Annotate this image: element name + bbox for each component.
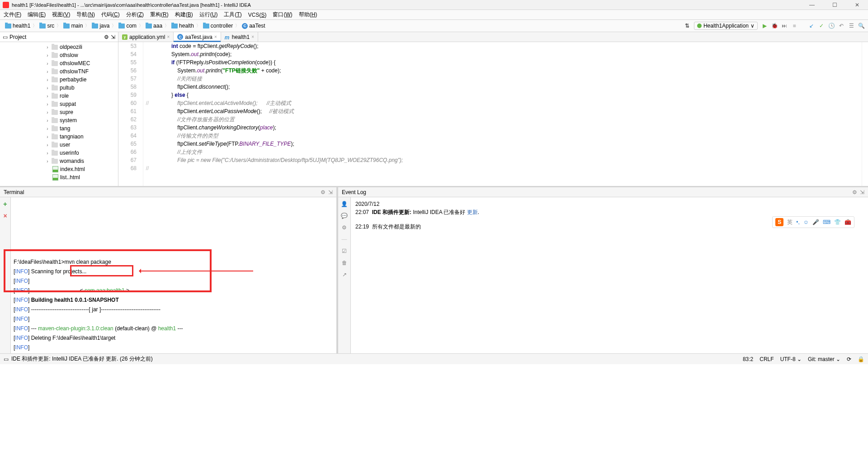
tree-folder-pultub[interactable]: ›pultub	[0, 84, 118, 92]
sync-icon[interactable]: ⇅	[684, 23, 690, 29]
crumb-health[interactable]: health	[170, 22, 195, 29]
tree-file-index.html[interactable]: index.html	[0, 165, 118, 173]
tree-folder-suppat[interactable]: ›suppat	[0, 100, 118, 108]
vcs-commit-icon[interactable]: ✓	[818, 23, 825, 29]
status-encoding[interactable]: UTF-8 ⌄	[780, 356, 802, 362]
project-settings-icon[interactable]: ⚙	[104, 34, 109, 40]
tree-folder-user[interactable]: ›user	[0, 141, 118, 149]
close-button[interactable]: ✕	[849, 0, 865, 10]
ime-tool-icon[interactable]: 🧰	[844, 219, 851, 225]
menu-重构(R)[interactable]: 重构(R)	[150, 11, 169, 19]
tab-close-icon[interactable]: ×	[167, 34, 170, 39]
line-number[interactable]: 59	[118, 91, 137, 99]
ev-arrow-icon[interactable]: ↗	[342, 271, 347, 278]
project-collapse-icon[interactable]: ⇲	[111, 34, 115, 40]
menu-分析(Z)[interactable]: 分析(Z)	[126, 11, 144, 19]
tab-health1[interactable]: mhealth1×	[221, 32, 258, 42]
tree-folder-othslowTNF[interactable]: ›othslowTNF	[0, 67, 118, 76]
crumb-controller[interactable]: controller	[202, 22, 234, 29]
tree-folder-oldpeozili[interactable]: ›oldpeozili	[0, 43, 118, 51]
line-number[interactable]: 67	[118, 156, 137, 164]
menu-构建(B)[interactable]: 构建(B)	[175, 11, 193, 19]
crumb-aaTest[interactable]: CaaTest	[241, 22, 266, 29]
menu-代码(C)[interactable]: 代码(C)	[101, 11, 120, 19]
tree-folder-perbabydie[interactable]: ›perbabydie	[0, 76, 118, 84]
maximize-button[interactable]: ☐	[826, 0, 843, 10]
line-number[interactable]: 57	[118, 75, 137, 83]
line-number[interactable]: 63	[118, 124, 137, 132]
terminal-settings-icon[interactable]: ⚙	[321, 189, 326, 195]
menu-帮助(H)[interactable]: 帮助(H)	[299, 11, 317, 19]
find-icon[interactable]: 🔍	[858, 23, 864, 29]
run-config-selector[interactable]: Health1Application ∨	[694, 22, 758, 30]
crumb-com[interactable]: com	[117, 22, 138, 29]
line-number[interactable]: 54	[118, 50, 137, 58]
tab-close-icon[interactable]: ×	[214, 34, 217, 39]
crumb-main[interactable]: main	[62, 22, 84, 29]
error-stripe[interactable]	[862, 42, 868, 186]
line-number[interactable]	[118, 172, 137, 181]
line-number[interactable]: 55	[118, 58, 137, 67]
menu-视图(V)[interactable]: 视图(V)	[52, 11, 70, 19]
line-number[interactable]: 53	[118, 42, 137, 50]
menu-工具(T)[interactable]: 工具(T)	[224, 11, 241, 19]
ime-mic-icon[interactable]: 🎤	[812, 219, 819, 225]
minimize-button[interactable]: —	[804, 0, 820, 10]
status-position[interactable]: 83:2	[743, 356, 753, 362]
terminal-output[interactable]: F:\IdeaFiles\health1>mvn clean package[I…	[0, 197, 336, 353]
ev-settings-icon[interactable]: ⚙	[342, 224, 347, 231]
status-lock-icon[interactable]: 🔒	[858, 356, 864, 362]
line-number[interactable]: 66	[118, 148, 137, 156]
line-number[interactable]: 68	[118, 164, 137, 172]
tree-folder-tangniaon[interactable]: ›tangniaon	[0, 133, 118, 141]
line-number[interactable]: 64	[118, 132, 137, 140]
ev-delete-icon[interactable]: 🗑	[342, 260, 347, 266]
tree-folder-othslowMEC[interactable]: ›othslowMEC	[0, 59, 118, 67]
ev-info-icon[interactable]: 👤	[341, 201, 348, 207]
structure-icon[interactable]: ☰	[848, 23, 854, 29]
tree-folder-system[interactable]: ›system	[0, 116, 118, 124]
ev-balloon-icon[interactable]: 💬	[341, 213, 348, 219]
line-number[interactable]: 62	[118, 115, 137, 124]
tab-application.yml[interactable]: yapplication.yml×	[118, 32, 174, 42]
line-number[interactable]: 60	[118, 99, 137, 107]
tree-folder-womandis[interactable]: ›womandis	[0, 157, 118, 165]
line-number[interactable]: 65	[118, 140, 137, 148]
menu-编辑(E)[interactable]: 编辑(E)	[28, 11, 46, 19]
stop-button[interactable]: ■	[791, 23, 797, 29]
crumb-java[interactable]: java	[90, 22, 111, 29]
crumb-src[interactable]: src	[38, 22, 56, 29]
line-number[interactable]: 61	[118, 107, 137, 115]
status-line-sep[interactable]: CRLF	[760, 356, 774, 362]
menu-运行(U)[interactable]: 运行(U)	[199, 11, 218, 19]
terminal-hide-icon[interactable]: ⇲	[328, 189, 333, 195]
tree-folder-userinfo[interactable]: ›userinfo	[0, 149, 118, 157]
vcs-revert-icon[interactable]: ↶	[838, 23, 844, 29]
editor-content[interactable]: int code = ftpClient.getReplyCode(); Sys…	[151, 42, 862, 186]
ime-toolbar[interactable]: S 英 •, ☺ 🎤 ⌨ 👕 🧰	[772, 216, 854, 228]
update-link[interactable]: 更新	[467, 209, 478, 215]
crumb-health1[interactable]: health1	[4, 22, 32, 29]
tree-folder-supre[interactable]: ›supre	[0, 108, 118, 116]
crumb-aaa[interactable]: aaa	[144, 22, 164, 29]
line-number[interactable]: 58	[118, 83, 137, 91]
run-button[interactable]: ▶	[761, 23, 768, 29]
tree-folder-tang[interactable]: ›tang	[0, 124, 118, 133]
tree-file-list..html[interactable]: list..html	[0, 173, 118, 181]
status-sync-icon[interactable]: ⟳	[847, 356, 851, 362]
status-git[interactable]: Git: master ⌄	[808, 356, 840, 362]
line-number[interactable]: 56	[118, 67, 137, 75]
tree-folder-role[interactable]: ›role	[0, 92, 118, 100]
eventlog-settings-icon[interactable]: ⚙	[852, 189, 857, 195]
tab-aaTest.java[interactable]: CaaTest.java×	[174, 32, 221, 42]
tree-folder-othslow[interactable]: ›othslow	[0, 51, 118, 59]
menu-窗口(W)[interactable]: 窗口(W)	[273, 11, 292, 19]
ime-keyboard-icon[interactable]: ⌨	[823, 219, 830, 225]
vcs-update-icon[interactable]: ↙	[808, 23, 815, 29]
debug-button[interactable]: 🐞	[771, 23, 778, 29]
eventlog-hide-icon[interactable]: ⇲	[860, 189, 864, 195]
ev-mark-icon[interactable]: ☑	[342, 248, 347, 254]
ime-emoji-icon[interactable]: ☺	[803, 219, 809, 225]
tab-close-icon[interactable]: ×	[251, 34, 254, 39]
menu-文件(F)[interactable]: 文件(F)	[4, 11, 21, 19]
